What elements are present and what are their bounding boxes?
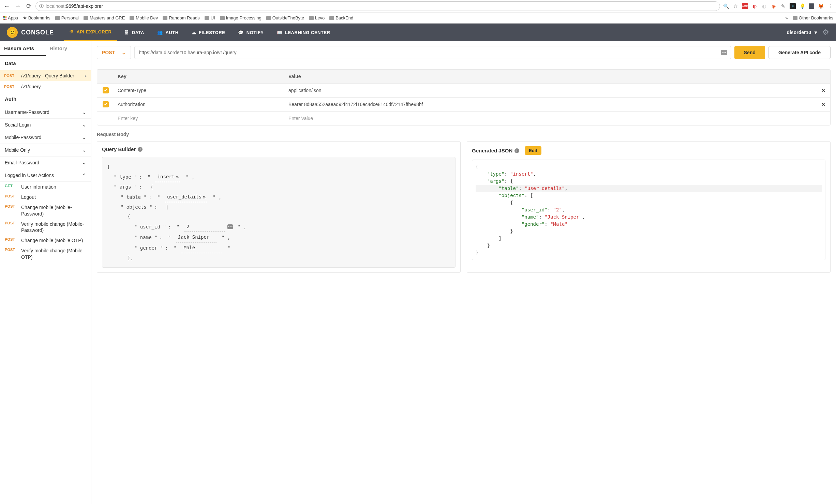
bookmarks-button[interactable]: ★ Bookmarks — [23, 15, 50, 20]
nav-auth[interactable]: 👥AUTH — [152, 24, 184, 41]
apps-button[interactable]: Apps — [3, 15, 18, 20]
cloud-icon: ☁ — [192, 30, 196, 35]
col-value: Value — [285, 70, 817, 83]
book-icon: 📖 — [277, 30, 283, 35]
delete-header-button[interactable]: ✕ — [817, 98, 830, 111]
auth-group-mobile-only[interactable]: Mobile Only⌄ — [0, 144, 91, 157]
bm-folder-ui[interactable]: UI — [205, 15, 215, 20]
app-logo[interactable]: 🙂 CONSOLE — [7, 27, 54, 38]
json-output[interactable]: { "type": "insert", "args": { "table": "… — [472, 160, 825, 260]
other-bookmarks[interactable]: Other Bookmarks — [793, 15, 833, 20]
auth-group-social[interactable]: Social Login⌄ — [0, 119, 91, 131]
sidebar: Hasura APIs History Data POST /v1/query … — [0, 41, 91, 504]
chevron-down-icon: ⌄ — [82, 147, 86, 153]
bm-folder-mobile[interactable]: Mobile Dev — [130, 15, 158, 20]
bm-folder-backend[interactable]: BackEnd — [329, 15, 353, 20]
chevron-down-icon: ⌄ — [82, 135, 86, 140]
url-options-icon[interactable]: ••• — [721, 50, 727, 55]
col-key: Key — [114, 70, 285, 83]
bm-folder-personal[interactable]: Personal — [55, 15, 79, 20]
send-button[interactable]: Send — [734, 46, 765, 59]
abp-icon[interactable]: ABP — [742, 3, 748, 9]
generated-json-panel: Generated JSONiEdit { "type": "insert", … — [467, 141, 831, 273]
bm-more[interactable]: » — [786, 15, 788, 20]
header-value-input[interactable]: Enter Value — [285, 112, 817, 125]
logged-item-change-mobile-otp[interactable]: POSTChange mobile (Mobile OTP) — [0, 235, 91, 246]
reload-button[interactable]: ⟳ — [25, 2, 33, 10]
flask-icon: ⚗ — [70, 29, 74, 34]
section-auth: Auth — [0, 92, 91, 106]
nav-api-explorer[interactable]: ⚗API EXPLORER — [64, 24, 117, 41]
auth-group-mobile-pw[interactable]: Mobile-Password⌄ — [0, 131, 91, 144]
logo-icon: 🙂 — [7, 27, 18, 38]
chevron-down-icon: ⌄ — [82, 109, 86, 115]
table-select[interactable]: user_details ⇅ — [165, 192, 208, 202]
bm-folder-random[interactable]: Random Reads — [163, 15, 199, 20]
menu-icon[interactable]: ⋮ — [827, 3, 833, 9]
nav-learning[interactable]: 📖LEARNING CENTER — [271, 24, 336, 41]
sidebar-item-query-builder[interactable]: POST /v1/query - Query Builder ▸ — [0, 70, 91, 81]
logged-item-logout[interactable]: POSTLogout — [0, 192, 91, 202]
shield-icon[interactable]: ◐ — [751, 3, 758, 9]
auth-group-email-pw[interactable]: Email-Password⌄ — [0, 157, 91, 169]
address-bar[interactable]: ⓘ localhost:9695/api-explorer — [35, 1, 720, 11]
header-key[interactable]: Authorization — [114, 98, 285, 111]
ext-icon-2[interactable] — [809, 3, 814, 9]
checkbox-icon[interactable]: ✔ — [103, 87, 109, 93]
browser-chrome: ← → ⟳ ⓘ localhost:9695/api-explorer 🔍 ☆ … — [0, 0, 836, 24]
header-value[interactable]: application/json — [285, 84, 817, 97]
zoom-icon[interactable]: 🔍 — [723, 3, 729, 9]
user-menu[interactable]: disorder10▾ — [787, 30, 817, 35]
sidebar-item-query[interactable]: POST /v1/query — [0, 81, 91, 92]
header-row: ✔ Authorization Bearer 8d8aa552aaead92f4… — [97, 98, 830, 112]
header-key[interactable]: Content-Type — [114, 84, 285, 97]
logged-item-change-mobile-pw[interactable]: POSTChange mobile (Mobile-Password) — [0, 202, 91, 219]
method-select[interactable]: POST⌄ — [97, 46, 131, 59]
picker-icon[interactable]: ✎ — [780, 3, 786, 9]
back-button[interactable]: ← — [3, 2, 11, 10]
edit-button[interactable]: Edit — [525, 146, 541, 155]
section-data: Data — [0, 56, 91, 70]
chevron-down-icon: ⌄ — [122, 50, 126, 55]
bulb-icon[interactable]: 💡 — [799, 3, 805, 9]
bm-folder-outside[interactable]: OutsideTheByte — [266, 15, 304, 20]
nav-notify[interactable]: 💬NOTIFY — [233, 24, 269, 41]
header-key-input[interactable]: Enter key — [114, 112, 285, 125]
checkbox-icon[interactable]: ✔ — [103, 101, 109, 107]
field-gender[interactable]: Male — [181, 242, 222, 253]
field-user-id[interactable]: 2 — [184, 221, 225, 232]
gear-icon[interactable]: ⚙ — [822, 28, 829, 37]
tab-history[interactable]: History — [46, 41, 91, 56]
nav-filestore[interactable]: ☁FILESTORE — [186, 24, 231, 41]
field-options-icon[interactable]: ••• — [227, 224, 233, 229]
chevron-down-icon: ▾ — [815, 30, 817, 35]
tab-hasura-apis[interactable]: Hasura APIs — [0, 41, 46, 56]
header-row: ✔ Content-Type application/json ✕ — [97, 84, 830, 98]
header-value[interactable]: Bearer 8d8aa552aaead92f4172f16ec4dce8140… — [285, 98, 817, 111]
fox-icon[interactable]: 🦊 — [818, 3, 824, 9]
ext-icon-1[interactable]: ◐ — [761, 3, 767, 9]
react-icon[interactable]: ⚛ — [790, 3, 796, 9]
select-arrows-icon: ⇅ — [176, 172, 179, 181]
url-input[interactable]: https://data.disorder10.hasura-app.io/v1… — [134, 46, 731, 59]
auth-group-username[interactable]: Username-Password⌄ — [0, 106, 91, 119]
logged-item-verify-mobile-pw[interactable]: POSTVerify mobile change (Mobile-Passwor… — [0, 219, 91, 235]
field-name[interactable]: Jack Sniper — [176, 232, 217, 242]
star-icon[interactable]: ☆ — [732, 3, 738, 9]
bm-folder-levo[interactable]: Levo — [309, 15, 325, 20]
info-icon[interactable]: i — [138, 147, 143, 152]
nav-data[interactable]: 🗄DATA — [119, 24, 150, 41]
generate-code-button[interactable]: Generate API code — [768, 46, 831, 59]
ubuntu-icon[interactable]: ◉ — [771, 3, 777, 9]
info-icon[interactable]: i — [514, 148, 519, 153]
auth-group-logged[interactable]: Logged in User Actions⌃ — [0, 169, 91, 182]
delete-header-button[interactable]: ✕ — [817, 84, 830, 97]
logged-item-userinfo[interactable]: GETUser information — [0, 182, 91, 192]
type-select[interactable]: insert ⇅ — [155, 172, 181, 182]
bm-folder-image[interactable]: Image Processing — [220, 15, 262, 20]
logged-item-verify-mobile-otp[interactable]: POSTVerify mobile change (Mobile OTP) — [0, 246, 91, 262]
forward-button[interactable]: → — [14, 2, 22, 10]
query-builder[interactable]: { " type " : " insert ⇅ " , " args " : {… — [102, 157, 456, 268]
select-arrows-icon: ⇅ — [203, 192, 206, 202]
bm-folder-masters[interactable]: Masters and GRE — [84, 15, 125, 20]
